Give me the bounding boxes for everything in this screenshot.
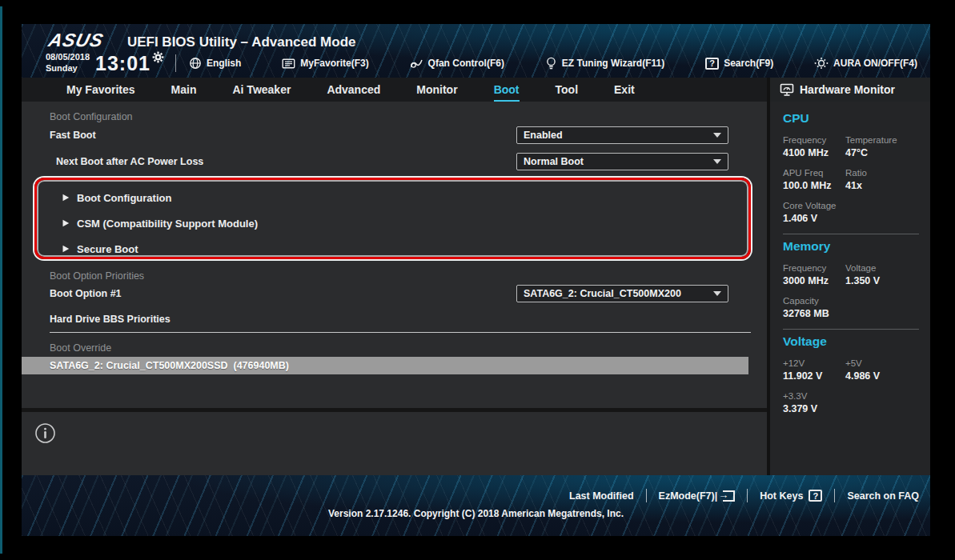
voltage-5v: +5V 4.986 V	[845, 358, 919, 382]
ez-tuning-label: EZ Tuning Wizard(F11)	[562, 58, 664, 69]
help-info-panel	[22, 412, 767, 475]
search-on-faq-button[interactable]: Search on FAQ	[847, 490, 919, 502]
memory-capacity: Capacity 32768 MB	[783, 296, 845, 319]
next-boot-dropdown[interactable]: Normal Boot	[516, 153, 728, 170]
cpu-section-title: CPU	[783, 111, 919, 126]
tab-my-favorites[interactable]: My Favorites	[66, 78, 135, 102]
voltage-12v: +12V 11.902 V	[783, 358, 845, 382]
my-favorite-button[interactable]: MyFavorite(F3)	[282, 58, 368, 70]
next-boot-value: Normal Boot	[524, 156, 584, 167]
info-icon	[34, 422, 56, 444]
fast-boot-value: Enabled	[524, 130, 563, 141]
ezmode-button[interactable]: EzMode(F7)| →	[659, 490, 736, 502]
boot-settings-panel: Boot Configuration Fast Boot Enabled Nex…	[22, 102, 767, 408]
hot-keys-button[interactable]: Hot Keys ?	[760, 490, 822, 502]
hardware-monitor-title: Hardware Monitor	[800, 83, 895, 96]
lightbulb-icon	[545, 57, 557, 70]
boot-override-device-item[interactable]: SATA6G_2: Crucial_CT500MX200SSD (476940M…	[22, 357, 748, 374]
gear-icon	[152, 51, 164, 63]
dropdown-arrow-icon	[713, 291, 721, 296]
search-button[interactable]: ? Search(F9)	[705, 58, 773, 70]
memory-section-title: Memory	[783, 239, 919, 254]
asus-logo: ASUS	[46, 30, 106, 51]
boot-option-1-value: SATA6G_2: Crucial_CT500MX200	[524, 288, 681, 299]
section-boot-option-priorities: Boot Option Priorities	[50, 270, 751, 282]
cpu-ratio: Ratio 41x	[845, 168, 919, 191]
dropdown-arrow-icon	[713, 133, 721, 138]
my-favorite-label: MyFavorite(F3)	[300, 58, 368, 69]
tab-monitor[interactable]: Monitor	[416, 78, 457, 102]
search-label: Search(F9)	[724, 58, 773, 69]
memory-voltage: Voltage 1.350 V	[845, 263, 919, 286]
fast-boot-row: Fast Boot Enabled	[50, 126, 751, 144]
aura-toggle-button[interactable]: AURA ON/OFF(F4)	[814, 57, 917, 70]
hot-keys-question-icon: ?	[809, 490, 822, 502]
boot-option-1-row: Boot Option #1 SATA6G_2: Crucial_CT500MX…	[50, 285, 751, 302]
date-display: 08/05/2018 Sunday	[46, 52, 90, 74]
hardware-monitor-panel: CPU Frequency 4100 MHz Temperature 47°C …	[767, 102, 930, 475]
section-boot-override: Boot Override	[50, 342, 751, 354]
main-menu: My Favorites Main Ai Tweaker Advanced Mo…	[22, 78, 767, 102]
tab-exit[interactable]: Exit	[614, 78, 635, 102]
submenu-arrow-icon	[62, 219, 70, 227]
screen-edge-accent	[0, 6, 2, 554]
hard-drive-bbs-priorities-item[interactable]: Hard Drive BBS Priorities	[50, 314, 751, 333]
clock-display: 13:01	[95, 52, 150, 75]
cpu-temperature: Temperature 47°C	[845, 135, 919, 158]
footer-divider	[646, 489, 647, 502]
next-boot-label: Next Boot after AC Power Loss	[50, 156, 203, 167]
memory-frequency: Frequency 3000 MHz	[783, 263, 845, 286]
tab-advanced[interactable]: Advanced	[327, 78, 380, 102]
footer-divider	[834, 489, 835, 502]
language-button[interactable]: English	[189, 57, 241, 70]
boot-override-device-label: SATA6G_2: Crucial_CT500MX200SSD (476940M…	[50, 360, 289, 371]
sidebar-divider	[783, 234, 919, 234]
submenu-boot-configuration[interactable]: Boot Configuration	[62, 185, 748, 210]
boot-option-1-dropdown[interactable]: SATA6G_2: Crucial_CT500MX200	[516, 285, 728, 302]
monitor-icon	[780, 83, 794, 97]
footer-divider	[747, 489, 748, 502]
fan-icon	[410, 58, 423, 70]
qfan-control-button[interactable]: Qfan Control(F6)	[410, 58, 504, 70]
language-label: English	[207, 58, 241, 69]
submenu-arrow-icon	[62, 194, 70, 202]
globe-icon	[189, 57, 202, 70]
aura-label: AURA ON/OFF(F4)	[833, 58, 917, 69]
dropdown-arrow-icon	[713, 159, 721, 164]
header-toolbar: 08/05/2018 Sunday 13:01	[46, 50, 921, 76]
tab-ai-tweaker[interactable]: Ai Tweaker	[232, 78, 291, 102]
qfan-label: Qfan Control(F6)	[428, 58, 504, 69]
aura-sun-icon	[814, 57, 829, 70]
enter-ezmode-icon: →	[723, 490, 735, 502]
date-text: 08/05/2018	[46, 52, 90, 63]
ez-tuning-wizard-button[interactable]: EZ Tuning Wizard(F11)	[545, 57, 664, 70]
toolbar-divider	[175, 54, 176, 72]
hardware-monitor-header: Hardware Monitor	[767, 78, 930, 102]
submenu-csm[interactable]: CSM (Compatibility Support Module)	[62, 210, 748, 236]
window-title: UEFI BIOS Utility – Advanced Mode	[127, 34, 356, 50]
cpu-core-voltage: Core Voltage 1.406 V	[783, 201, 845, 224]
day-text: Sunday	[46, 63, 90, 74]
search-question-icon: ?	[705, 58, 719, 70]
time-settings-button[interactable]	[152, 51, 164, 63]
tab-tool[interactable]: Tool	[556, 78, 579, 102]
section-boot-configuration: Boot Configuration	[50, 111, 751, 122]
voltage-section-title: Voltage	[783, 334, 919, 349]
sidebar-divider	[783, 329, 919, 330]
bios-window: ASUS UEFI BIOS Utility – Advanced Mode 0…	[22, 24, 930, 536]
submenu-arrow-icon	[62, 245, 70, 253]
cpu-apu-freq: APU Freq 100.0 MHz	[783, 168, 845, 191]
footer-bar: Last Modified EzMode(F7)| → Hot Keys ? S…	[22, 475, 930, 536]
tab-main[interactable]: Main	[171, 78, 197, 102]
version-text: Version 2.17.1246. Copyright (C) 2018 Am…	[22, 508, 930, 519]
last-modified-button[interactable]: Last Modified	[569, 490, 634, 502]
next-boot-row: Next Boot after AC Power Loss Normal Boo…	[50, 153, 751, 170]
submenu-secure-boot[interactable]: Secure Boot	[62, 236, 748, 262]
tab-boot[interactable]: Boot	[494, 78, 520, 102]
voltage-3-3v: +3.3V 3.379 V	[783, 391, 845, 414]
boot-option-1-label: Boot Option #1	[50, 288, 122, 299]
favorites-list-icon	[282, 58, 295, 70]
fast-boot-label: Fast Boot	[50, 130, 96, 141]
fast-boot-dropdown[interactable]: Enabled	[516, 126, 728, 144]
header-bar: ASUS UEFI BIOS Utility – Advanced Mode 0…	[22, 24, 930, 78]
